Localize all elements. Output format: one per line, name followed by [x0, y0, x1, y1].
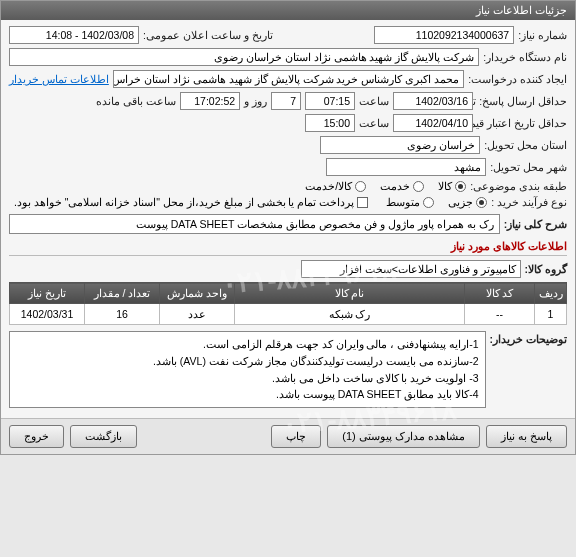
radio-icon	[476, 197, 487, 208]
day-label: روز و	[244, 95, 267, 107]
category-radio-group: کالا خدمت کالا/خدمت	[305, 180, 466, 192]
note-line: 1-ارایه پیشنهادفنی ، مالی وایران کد جهت …	[16, 336, 479, 353]
validity-label: حداقل تاریخ اعتبار قیمت: تا تاریخ:	[477, 117, 567, 129]
radio-both-label: کالا/خدمت	[305, 180, 352, 192]
radio-goods[interactable]: کالا	[438, 180, 466, 192]
checkbox-icon	[357, 197, 368, 208]
buyer-label: نام دستگاه خریدار:	[483, 51, 567, 63]
td-name: رک شبکه	[235, 304, 465, 325]
radio-icon	[423, 197, 434, 208]
radio-icon	[455, 181, 466, 192]
buyer-notes-field: 1-ارایه پیشنهادفنی ، مالی وایران کد جهت …	[9, 331, 486, 408]
province-field: خراسان رضوی	[320, 136, 480, 154]
process-radio-group: جزیی متوسط	[386, 196, 487, 208]
creator-label: ایجاد کننده درخواست:	[468, 73, 567, 85]
th-row: ردیف	[535, 283, 567, 304]
panel-title: جزئیات اطلاعات نیاز	[1, 1, 575, 20]
payment-check[interactable]: پرداخت تمام یا بخشی از مبلغ خرید،از محل …	[14, 196, 368, 208]
validity-date-field: 1402/04/10	[393, 114, 473, 132]
td-unit: عدد	[160, 304, 235, 325]
radio-service-label: خدمت	[380, 180, 410, 192]
desc-label: شرح کلی نیاز:	[504, 218, 567, 230]
time-label-2: ساعت	[359, 117, 389, 129]
group-field: کامپیوتر و فناوری اطلاعات>سخت افزار	[301, 260, 521, 278]
remain-time-field: 17:02:52	[180, 92, 240, 110]
radio-partial[interactable]: جزیی	[448, 196, 487, 208]
respond-button[interactable]: پاسخ به نیاز	[486, 425, 567, 448]
deadline-time-field: 07:15	[305, 92, 355, 110]
note-line: 3- اولویت خرید با کالای ساخت داخل می باش…	[16, 370, 479, 387]
group-label: گروه کالا:	[525, 263, 567, 275]
pub-date-field: 1402/03/08 - 14:08	[9, 26, 139, 44]
pub-date-label: تاریخ و ساعت اعلان عمومی:	[143, 29, 273, 41]
back-button[interactable]: بازگشت	[70, 425, 137, 448]
radio-medium[interactable]: متوسط	[386, 196, 434, 208]
th-name: نام کالا	[235, 283, 465, 304]
remain-suffix: ساعت باقی مانده	[96, 95, 176, 107]
radio-medium-label: متوسط	[386, 196, 420, 208]
description-field: رک به همراه پاور ماژول و فن مخصوص مطابق …	[9, 214, 500, 234]
radio-both[interactable]: کالا/خدمت	[305, 180, 366, 192]
radio-service[interactable]: خدمت	[380, 180, 424, 192]
button-bar: پاسخ به نیاز مشاهده مدارک پیوستی (1) چاپ…	[1, 418, 575, 454]
need-no-label: شماره نیاز:	[518, 29, 567, 41]
attachments-button[interactable]: مشاهده مدارک پیوستی (1)	[327, 425, 480, 448]
details-panel: جزئیات اطلاعات نیاز شماره نیاز: 11020921…	[0, 0, 576, 455]
th-qty: تعداد / مقدار	[85, 283, 160, 304]
creator-field: محمد اکبری کارشناس خرید شرکت پالایش گاز …	[113, 70, 464, 88]
process-label: نوع فرآیند خرید :	[491, 196, 567, 208]
payment-note-label: پرداخت تمام یا بخشی از مبلغ خرید،از محل …	[14, 196, 354, 208]
radio-partial-label: جزیی	[448, 196, 473, 208]
city-label: شهر محل تحویل:	[490, 161, 567, 173]
td-date: 1402/03/31	[10, 304, 85, 325]
table-row[interactable]: 1 -- رک شبکه عدد 16 1402/03/31	[10, 304, 567, 325]
need-no-field: 1102092134000637	[374, 26, 514, 44]
exit-button[interactable]: خروج	[9, 425, 64, 448]
td-qty: 16	[85, 304, 160, 325]
td-code: --	[465, 304, 535, 325]
radio-goods-label: کالا	[438, 180, 452, 192]
province-label: استان محل تحویل:	[484, 139, 567, 151]
items-section-title: اطلاعات کالاهای مورد نیاز	[9, 238, 567, 256]
td-row: 1	[535, 304, 567, 325]
category-label: طبقه بندی موضوعی:	[470, 180, 567, 192]
radio-icon	[355, 181, 366, 192]
contact-link[interactable]: اطلاعات تماس خریدار	[9, 73, 109, 85]
radio-icon	[413, 181, 424, 192]
note-line: 4-کالا باید مطابق DATA SHEET پیوست باشد.	[16, 386, 479, 403]
th-date: تاریخ نیاز	[10, 283, 85, 304]
deadline-label: حداقل ارسال پاسخ: تا تاریخ:	[477, 95, 567, 107]
th-unit: واحد شمارش	[160, 283, 235, 304]
remain-days-field: 7	[271, 92, 301, 110]
city-field: مشهد	[326, 158, 486, 176]
th-code: کد کالا	[465, 283, 535, 304]
note-line: 2-سازنده می بایست درلیست تولیدکنندگان مج…	[16, 353, 479, 370]
buyer-notes-label: توضیحات خریدار:	[490, 331, 567, 345]
print-button[interactable]: چاپ	[271, 425, 321, 448]
buyer-field: شرکت پالایش گاز شهید هاشمی نژاد استان خر…	[9, 48, 479, 66]
validity-time-field: 15:00	[305, 114, 355, 132]
deadline-date-field: 1402/03/16	[393, 92, 473, 110]
time-label: ساعت	[359, 95, 389, 107]
items-table: ردیف کد کالا نام کالا واحد شمارش تعداد /…	[9, 282, 567, 325]
